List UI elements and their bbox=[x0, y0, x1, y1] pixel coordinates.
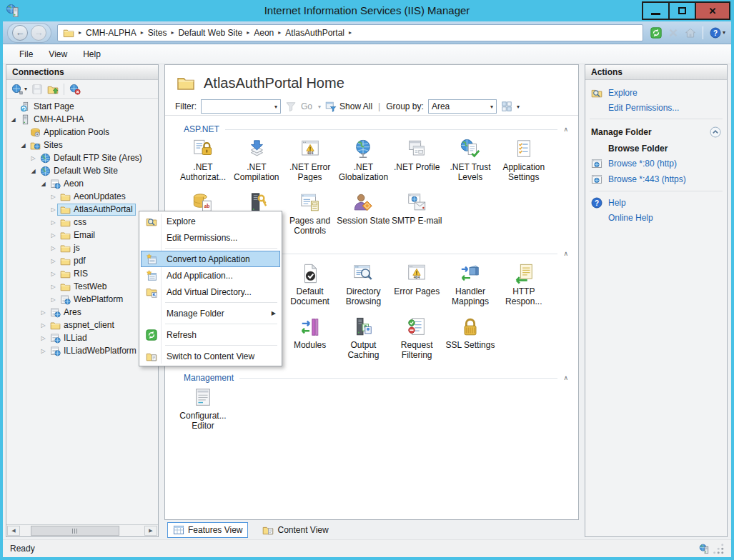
tree-item-ares[interactable]: ▷Ares bbox=[6, 306, 158, 319]
feature-directory[interactable]: Directory Browsing bbox=[335, 263, 391, 306]
breadcrumb[interactable]: ▸CMH-ALPHA▸Sites▸Default Web Site▸Aeon▸A… bbox=[57, 24, 643, 41]
feature-error-pages[interactable]: 404Error Pages bbox=[389, 263, 445, 296]
feature-net-trust[interactable]: .NET Trust Levels bbox=[442, 139, 498, 182]
refresh-button[interactable] bbox=[649, 26, 663, 40]
view-mode-button[interactable]: ▾ bbox=[501, 101, 520, 112]
tree-item-illiadwebplatform[interactable]: ▷ILLiadWebPlatform bbox=[6, 344, 158, 357]
breadcrumb-item-sites[interactable]: Sites bbox=[148, 28, 167, 38]
tree-item-aeon[interactable]: ◢Aeon bbox=[6, 177, 158, 190]
minimize-button[interactable] bbox=[642, 1, 670, 20]
expander-collapsed-icon[interactable]: ▷ bbox=[49, 296, 57, 303]
connect-button[interactable]: ▾ bbox=[10, 82, 29, 96]
tree-item-pdf[interactable]: ▷pdf bbox=[6, 254, 158, 267]
tree-item-application-pools[interactable]: Application Pools bbox=[6, 126, 158, 139]
go-button[interactable]: Go bbox=[301, 101, 312, 111]
disconnect-button[interactable] bbox=[68, 82, 82, 96]
context-menu-item-convert-to-application[interactable]: Convert to Application bbox=[141, 251, 280, 267]
feature-pages-and[interactable]: Pages and Controls bbox=[282, 192, 338, 236]
scroll-right-button[interactable]: ▶ bbox=[144, 526, 157, 536]
horizontal-scrollbar[interactable]: ◀ ▶ bbox=[6, 524, 158, 536]
section-collapse-icon[interactable]: ∧ bbox=[563, 250, 568, 257]
context-menu-item-edit-permissions[interactable]: Edit Permissions... bbox=[141, 229, 280, 246]
feature-net[interactable]: .NET Globalization bbox=[335, 139, 391, 182]
expander-collapsed-icon[interactable]: ▷ bbox=[39, 309, 47, 316]
tree-item-start-page[interactable]: Start Page bbox=[6, 100, 158, 113]
tree-item-default-ftp-site-ares[interactable]: ▷Default FTP Site (Ares) bbox=[6, 151, 158, 164]
maximize-button[interactable] bbox=[668, 1, 696, 20]
tree-item-sites[interactable]: ◢Sites bbox=[6, 139, 158, 151]
feature-modules[interactable]: Modules bbox=[282, 316, 338, 350]
scroll-left-button[interactable]: ◀ bbox=[7, 526, 20, 536]
expander-collapsed-icon[interactable]: ▷ bbox=[39, 348, 47, 354]
expander-collapsed-icon[interactable]: ▷ bbox=[49, 245, 57, 251]
menu-view[interactable]: View bbox=[41, 46, 75, 62]
feature-net-error[interactable]: 404.NET Error Pages bbox=[282, 139, 338, 182]
home-button[interactable] bbox=[683, 26, 698, 40]
feature-net[interactable]: .NET Compilation bbox=[229, 139, 284, 182]
context-menu-item-switch-to-content-view[interactable]: Switch to Content View bbox=[141, 348, 280, 364]
breadcrumb-item-atlasauthportal[interactable]: AtlasAuthPortal bbox=[285, 28, 344, 38]
action-online-help[interactable]: Online Help bbox=[585, 211, 727, 225]
tree-item-cmh-alpha[interactable]: ◢CMH-ALPHA bbox=[6, 113, 158, 126]
section-collapse-icon[interactable]: ∧ bbox=[563, 374, 568, 381]
context-menu-item-explore[interactable]: Explore bbox=[141, 213, 280, 229]
resize-grip[interactable] bbox=[713, 544, 724, 554]
tree-item-testweb[interactable]: ▷TestWeb bbox=[6, 280, 158, 293]
tree-item-webplatform[interactable]: ▷WebPlatform bbox=[6, 293, 158, 306]
up-folder-button[interactable] bbox=[46, 82, 60, 96]
menu-file[interactable]: File bbox=[11, 46, 41, 62]
close-button[interactable]: ✕ bbox=[695, 1, 730, 20]
forward-button[interactable]: → bbox=[31, 25, 46, 41]
expander-collapsed-icon[interactable]: ▷ bbox=[49, 219, 57, 226]
tree-item-aspnet-client[interactable]: ▷aspnet_client bbox=[6, 319, 158, 331]
tree-item-default-web-site[interactable]: ◢Default Web Site bbox=[6, 164, 158, 177]
action-edit-permissions[interactable]: Edit Permissions... bbox=[585, 101, 727, 115]
tree-item-ris[interactable]: ▷RIS bbox=[6, 267, 158, 280]
go-caret-icon[interactable]: ▾ bbox=[318, 104, 321, 110]
expander-expanded-icon[interactable]: ◢ bbox=[9, 116, 17, 123]
feature-session-state[interactable]: Session State bbox=[335, 192, 391, 226]
section-collapse-icon[interactable]: ∧ bbox=[563, 126, 568, 133]
feature-handler[interactable]: Handler Mappings bbox=[442, 263, 498, 306]
scrollbar-track[interactable] bbox=[21, 526, 144, 536]
expander-collapsed-icon[interactable]: ▷ bbox=[49, 206, 57, 213]
expander-collapsed-icon[interactable]: ▷ bbox=[49, 232, 57, 239]
filter-input[interactable]: ▾ bbox=[201, 99, 281, 114]
expander-expanded-icon[interactable]: ◢ bbox=[39, 181, 47, 187]
back-button[interactable]: ← bbox=[12, 25, 28, 41]
tree-item-email[interactable]: ▷Email bbox=[6, 229, 158, 241]
context-menu-item-add-application[interactable]: Add Application... bbox=[141, 267, 280, 284]
expander-expanded-icon[interactable]: ◢ bbox=[29, 168, 37, 174]
tab-content-view[interactable]: Content View bbox=[257, 522, 334, 538]
expander-collapsed-icon[interactable]: ▷ bbox=[49, 258, 57, 264]
feature-output[interactable]: Output Caching bbox=[335, 316, 391, 360]
feature-default[interactable]: Default Document bbox=[282, 263, 338, 306]
expander-collapsed-icon[interactable]: ▷ bbox=[49, 284, 57, 290]
context-menu-item-refresh[interactable]: Refresh bbox=[141, 326, 280, 343]
tab-features-view[interactable]: Features View bbox=[167, 522, 248, 538]
tree-item-illiad[interactable]: ▷ILLiad bbox=[6, 331, 158, 344]
tree-item-aeonupdates[interactable]: ▷AeonUpdates bbox=[6, 190, 158, 203]
breadcrumb-item-cmh-alpha[interactable]: CMH-ALPHA bbox=[86, 28, 137, 38]
action-explore[interactable]: Explore bbox=[585, 85, 727, 101]
breadcrumb-item-aeon[interactable]: Aeon bbox=[254, 28, 274, 38]
feature-smtp-e-mail[interactable]: SMTP E-mail bbox=[389, 192, 445, 226]
feature-configurat[interactable]: Configurat... Editor bbox=[175, 387, 231, 431]
menu-help[interactable]: Help bbox=[75, 46, 109, 62]
tree-item-css[interactable]: ▷css bbox=[6, 216, 158, 229]
action-browse-443-https[interactable]: Browse *:443 (https) bbox=[585, 171, 727, 187]
scrollbar-thumb[interactable] bbox=[31, 526, 119, 536]
tree-item-js[interactable]: ▷js bbox=[6, 241, 158, 254]
group-by-select[interactable]: Area ▾ bbox=[428, 99, 497, 114]
stop-button[interactable] bbox=[666, 26, 680, 40]
feature-net-profile[interactable]: .NET Profile bbox=[389, 139, 445, 172]
collapse-icon[interactable] bbox=[710, 126, 721, 138]
expander-collapsed-icon[interactable]: ▷ bbox=[49, 194, 57, 200]
save-button[interactable] bbox=[30, 82, 44, 96]
expander-collapsed-icon[interactable]: ▷ bbox=[39, 335, 47, 341]
feature-application[interactable]: Application Settings bbox=[496, 139, 552, 182]
breadcrumb-item-default-web-site[interactable]: Default Web Site bbox=[178, 28, 242, 38]
context-menu-item-add-virtual-directory[interactable]: Add Virtual Directory... bbox=[141, 284, 280, 300]
feature-http[interactable]: HTTP Respon... bbox=[496, 263, 552, 306]
tree-item-atlasauthportal[interactable]: ▷AtlasAuthPortal bbox=[6, 203, 158, 216]
